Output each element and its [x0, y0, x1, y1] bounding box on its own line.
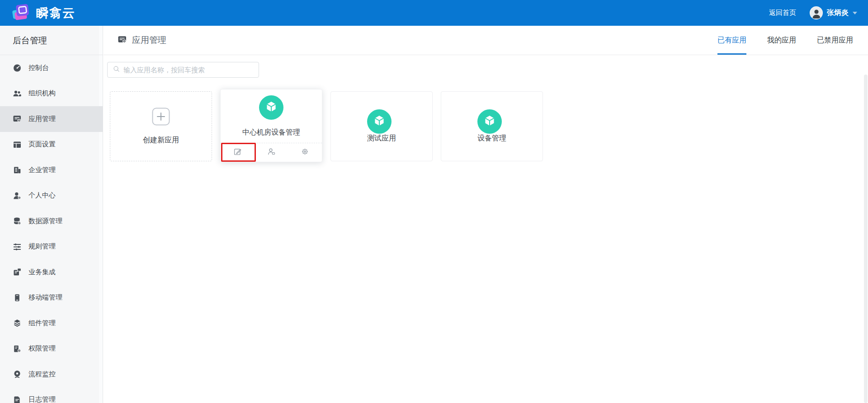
sidebar-item[interactable]: 权限管理: [0, 336, 103, 362]
profile-icon: [13, 191, 22, 200]
member-button[interactable]: [255, 143, 288, 162]
sidebar-item-label: 日志管理: [28, 395, 56, 403]
user-name: 张炳炎: [827, 8, 849, 18]
sidebar-menu: 控制台组织机构应用管理页面设置企业管理个人中心数据源管理规则管理业务集成移动端管…: [0, 55, 103, 403]
sidebar-item-label: 应用管理: [28, 115, 56, 123]
sidebar-item-label: 企业管理: [28, 166, 56, 174]
page-title-wrap: 应用管理: [118, 34, 166, 46]
sidebar-item[interactable]: 流程监控: [0, 361, 103, 387]
app-icon-badge: [259, 95, 283, 120]
edit-button[interactable]: [221, 143, 255, 162]
logo-text: 瞬翕云: [36, 5, 75, 21]
page-settings-icon: [13, 140, 22, 149]
sidebar-item[interactable]: 组件管理: [0, 310, 103, 336]
app-name: 设备管理: [477, 134, 506, 142]
app-card-body: 中心机房设备管理: [221, 89, 322, 143]
cube-icon: [483, 114, 496, 129]
tab-bar: 已有应用我的应用已禁用应用: [707, 26, 868, 55]
sidebar-item-label: 控制台: [28, 64, 49, 72]
org-icon: [13, 89, 22, 98]
sidebar: 后台管理 控制台组织机构应用管理页面设置企业管理个人中心数据源管理规则管理业务集…: [0, 26, 103, 403]
sidebar-title: 后台管理: [0, 26, 103, 55]
sidebar-item[interactable]: 业务集成: [0, 259, 103, 285]
user-menu[interactable]: 张炳炎: [810, 6, 857, 19]
sidebar-item-label: 组织机构: [28, 89, 56, 98]
app-card-body: 测试应用: [367, 109, 396, 143]
search-icon: [113, 66, 120, 74]
search-input[interactable]: [123, 66, 253, 74]
app-manage-icon: [118, 35, 127, 46]
app-card[interactable]: 设备管理: [441, 91, 543, 161]
app-card[interactable]: 测试应用: [330, 91, 433, 161]
sidebar-item-label: 移动端管理: [28, 293, 62, 302]
sidebar-item[interactable]: 企业管理: [0, 157, 103, 183]
app-window: 瞬翕云 返回首页 张炳炎 后台管理 控制台组织机构应用管理页面设置企业管理个人中…: [0, 0, 868, 403]
app-manage-icon: [13, 114, 22, 123]
sidebar-item[interactable]: 控制台: [0, 55, 103, 81]
cube-icon: [265, 100, 278, 115]
page-title: 应用管理: [132, 34, 166, 46]
sidebar-item[interactable]: 数据源管理: [0, 208, 103, 234]
tab[interactable]: 已有应用: [707, 26, 757, 55]
sidebar-item-label: 组件管理: [28, 319, 56, 328]
sidebar-item[interactable]: 移动端管理: [0, 285, 103, 311]
app-name: 测试应用: [367, 134, 396, 142]
sidebar-item-label: 权限管理: [28, 344, 56, 353]
page-scrollbar[interactable]: [864, 75, 868, 403]
sidebar-item-label: 页面设置: [28, 140, 56, 149]
back-home-link[interactable]: 返回首页: [769, 9, 796, 17]
enterprise-icon: [13, 165, 22, 174]
sidebar-item-label: 规则管理: [28, 242, 56, 251]
app-cards-row: 创建新应用 中心机房设备管理测试应用设备管理: [110, 91, 868, 162]
topbar: 瞬翕云 返回首页 张炳炎: [0, 0, 868, 26]
search-box[interactable]: [107, 62, 259, 78]
app-card-body: 设备管理: [477, 109, 506, 143]
create-app-label: 创建新应用: [143, 136, 179, 145]
process-monitor-icon: [13, 370, 22, 379]
member-icon: [267, 147, 276, 158]
tab[interactable]: 已禁用应用: [807, 26, 863, 55]
topbar-right: 返回首页 张炳炎: [769, 6, 857, 19]
edit-icon: [233, 147, 242, 158]
sidebar-item[interactable]: 组织机构: [0, 81, 103, 107]
tab[interactable]: 我的应用: [757, 26, 807, 55]
sidebar-item[interactable]: 日志管理: [0, 387, 103, 403]
plus-icon: [152, 108, 170, 126]
content-area: 创建新应用 中心机房设备管理测试应用设备管理: [104, 55, 868, 403]
main-header: 应用管理 已有应用我的应用已禁用应用: [104, 26, 868, 55]
mobile-icon: [13, 293, 22, 302]
sidebar-item-label: 流程监控: [28, 370, 56, 379]
sidebar-item-label: 业务集成: [28, 268, 56, 276]
avatar: [810, 6, 823, 19]
integration-icon: [13, 267, 22, 276]
sidebar-item[interactable]: 个人中心: [0, 183, 103, 209]
sidebar-item[interactable]: 应用管理: [0, 106, 103, 132]
chevron-down-icon: [853, 12, 857, 14]
logo-icon: [12, 3, 32, 23]
create-app-card[interactable]: 创建新应用: [110, 91, 212, 161]
logs-icon: [13, 395, 22, 403]
sidebar-item-label: 个人中心: [28, 191, 56, 200]
sidebar-item-label: 数据源管理: [28, 217, 62, 225]
logo: 瞬翕云: [12, 3, 75, 23]
app-icon-badge: [367, 109, 392, 134]
settings-icon: [301, 147, 309, 158]
dashboard-icon: [13, 63, 22, 72]
app-icon-badge: [477, 109, 502, 134]
permission-icon: [13, 344, 22, 353]
rules-icon: [13, 242, 22, 251]
cube-icon: [373, 114, 386, 129]
components-icon: [13, 319, 22, 328]
app-name: 中心机房设备管理: [242, 128, 300, 137]
settings-button[interactable]: [288, 143, 322, 162]
sidebar-item[interactable]: 规则管理: [0, 234, 103, 260]
sidebar-item[interactable]: 页面设置: [0, 132, 103, 158]
datasource-icon: [13, 216, 22, 225]
app-card[interactable]: 中心机房设备管理: [220, 89, 322, 162]
app-card-actions: [221, 143, 322, 162]
